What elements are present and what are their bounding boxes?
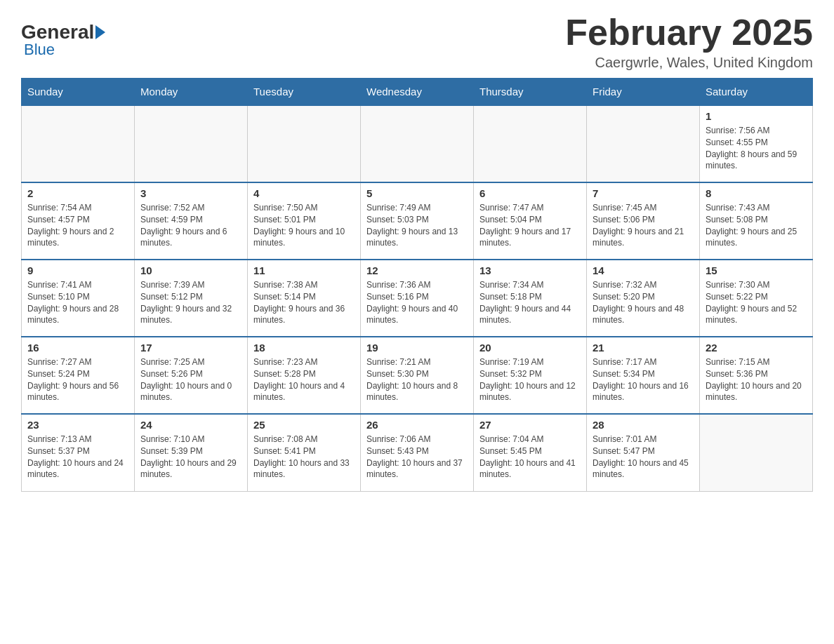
calendar-table: Sunday Monday Tuesday Wednesday Thursday… xyxy=(21,78,813,492)
page-header: General Blue February 2025 Caergwrle, Wa… xyxy=(21,14,813,71)
day-info: Sunrise: 7:56 AMSunset: 4:55 PMDaylight:… xyxy=(706,125,807,172)
day-number: 28 xyxy=(593,419,694,431)
day-number: 26 xyxy=(366,419,468,431)
calendar-cell: 16Sunrise: 7:27 AMSunset: 5:24 PMDayligh… xyxy=(22,337,135,414)
calendar-cell xyxy=(22,105,135,182)
calendar-cell: 17Sunrise: 7:25 AMSunset: 5:26 PMDayligh… xyxy=(135,337,248,414)
day-number: 7 xyxy=(593,187,694,199)
calendar-cell: 23Sunrise: 7:13 AMSunset: 5:37 PMDayligh… xyxy=(22,414,135,491)
day-info: Sunrise: 7:54 AMSunset: 4:57 PMDaylight:… xyxy=(27,202,128,249)
day-number: 18 xyxy=(253,342,355,354)
day-number: 3 xyxy=(140,187,241,199)
day-number: 11 xyxy=(253,264,355,276)
day-info: Sunrise: 7:36 AMSunset: 5:16 PMDaylight:… xyxy=(366,279,468,326)
day-info: Sunrise: 7:01 AMSunset: 5:47 PMDaylight:… xyxy=(593,434,694,481)
calendar-cell: 12Sunrise: 7:36 AMSunset: 5:16 PMDayligh… xyxy=(361,260,474,337)
day-info: Sunrise: 7:25 AMSunset: 5:26 PMDaylight:… xyxy=(140,356,241,403)
day-info: Sunrise: 7:45 AMSunset: 5:06 PMDaylight:… xyxy=(593,202,694,249)
calendar-cell: 15Sunrise: 7:30 AMSunset: 5:22 PMDayligh… xyxy=(700,260,813,337)
day-number: 12 xyxy=(366,264,468,276)
week-row-2: 2Sunrise: 7:54 AMSunset: 4:57 PMDaylight… xyxy=(22,182,813,260)
day-number: 4 xyxy=(253,187,355,199)
day-info: Sunrise: 7:39 AMSunset: 5:12 PMDaylight:… xyxy=(140,279,241,326)
location: Caergwrle, Wales, United Kingdom xyxy=(565,55,813,71)
calendar-cell: 28Sunrise: 7:01 AMSunset: 5:47 PMDayligh… xyxy=(587,414,700,491)
day-info: Sunrise: 7:52 AMSunset: 4:59 PMDaylight:… xyxy=(140,202,241,249)
day-number: 8 xyxy=(706,187,807,199)
day-number: 23 xyxy=(27,419,128,431)
calendar-cell: 25Sunrise: 7:08 AMSunset: 5:41 PMDayligh… xyxy=(248,414,361,491)
day-number: 17 xyxy=(140,342,241,354)
day-number: 13 xyxy=(479,264,581,276)
day-info: Sunrise: 7:19 AMSunset: 5:32 PMDaylight:… xyxy=(479,356,581,403)
day-number: 25 xyxy=(253,419,355,431)
day-info: Sunrise: 7:06 AMSunset: 5:43 PMDaylight:… xyxy=(366,434,468,481)
day-number: 15 xyxy=(706,264,807,276)
col-saturday: Saturday xyxy=(700,79,813,106)
day-info: Sunrise: 7:10 AMSunset: 5:39 PMDaylight:… xyxy=(140,434,241,481)
day-number: 16 xyxy=(27,342,128,354)
day-info: Sunrise: 7:41 AMSunset: 5:10 PMDaylight:… xyxy=(27,279,128,326)
day-info: Sunrise: 7:30 AMSunset: 5:22 PMDaylight:… xyxy=(706,279,807,326)
month-title: February 2025 xyxy=(565,14,813,51)
day-number: 2 xyxy=(27,187,128,199)
week-row-5: 23Sunrise: 7:13 AMSunset: 5:37 PMDayligh… xyxy=(22,414,813,491)
day-number: 10 xyxy=(140,264,241,276)
week-row-3: 9Sunrise: 7:41 AMSunset: 5:10 PMDaylight… xyxy=(22,260,813,337)
calendar-cell: 6Sunrise: 7:47 AMSunset: 5:04 PMDaylight… xyxy=(474,182,587,260)
calendar-cell: 24Sunrise: 7:10 AMSunset: 5:39 PMDayligh… xyxy=(135,414,248,491)
day-number: 9 xyxy=(27,264,128,276)
day-number: 27 xyxy=(479,419,581,431)
col-wednesday: Wednesday xyxy=(361,79,474,106)
day-info: Sunrise: 7:49 AMSunset: 5:03 PMDaylight:… xyxy=(366,202,468,249)
col-sunday: Sunday xyxy=(22,79,135,106)
col-tuesday: Tuesday xyxy=(248,79,361,106)
calendar-cell: 4Sunrise: 7:50 AMSunset: 5:01 PMDaylight… xyxy=(248,182,361,260)
calendar-cell: 22Sunrise: 7:15 AMSunset: 5:36 PMDayligh… xyxy=(700,337,813,414)
day-info: Sunrise: 7:27 AMSunset: 5:24 PMDaylight:… xyxy=(27,356,128,403)
day-info: Sunrise: 7:34 AMSunset: 5:18 PMDaylight:… xyxy=(479,279,581,326)
calendar-cell: 21Sunrise: 7:17 AMSunset: 5:34 PMDayligh… xyxy=(587,337,700,414)
day-number: 1 xyxy=(706,110,807,122)
calendar-cell: 14Sunrise: 7:32 AMSunset: 5:20 PMDayligh… xyxy=(587,260,700,337)
col-thursday: Thursday xyxy=(474,79,587,106)
logo-blue: Blue xyxy=(24,41,55,58)
day-info: Sunrise: 7:23 AMSunset: 5:28 PMDaylight:… xyxy=(253,356,355,403)
calendar-cell: 20Sunrise: 7:19 AMSunset: 5:32 PMDayligh… xyxy=(474,337,587,414)
calendar-cell: 19Sunrise: 7:21 AMSunset: 5:30 PMDayligh… xyxy=(361,337,474,414)
day-number: 14 xyxy=(593,264,694,276)
calendar-cell: 11Sunrise: 7:38 AMSunset: 5:14 PMDayligh… xyxy=(248,260,361,337)
day-info: Sunrise: 7:43 AMSunset: 5:08 PMDaylight:… xyxy=(706,202,807,249)
calendar-cell: 18Sunrise: 7:23 AMSunset: 5:28 PMDayligh… xyxy=(248,337,361,414)
day-info: Sunrise: 7:21 AMSunset: 5:30 PMDaylight:… xyxy=(366,356,468,403)
col-monday: Monday xyxy=(135,79,248,106)
calendar-cell xyxy=(135,105,248,182)
day-info: Sunrise: 7:17 AMSunset: 5:34 PMDaylight:… xyxy=(593,356,694,403)
day-info: Sunrise: 7:32 AMSunset: 5:20 PMDaylight:… xyxy=(593,279,694,326)
day-number: 20 xyxy=(479,342,581,354)
calendar-cell: 2Sunrise: 7:54 AMSunset: 4:57 PMDaylight… xyxy=(22,182,135,260)
calendar-cell: 1Sunrise: 7:56 AMSunset: 4:55 PMDaylight… xyxy=(700,105,813,182)
day-info: Sunrise: 7:15 AMSunset: 5:36 PMDaylight:… xyxy=(706,356,807,403)
calendar-cell: 8Sunrise: 7:43 AMSunset: 5:08 PMDaylight… xyxy=(700,182,813,260)
calendar-cell xyxy=(587,105,700,182)
day-info: Sunrise: 7:50 AMSunset: 5:01 PMDaylight:… xyxy=(253,202,355,249)
calendar-cell: 13Sunrise: 7:34 AMSunset: 5:18 PMDayligh… xyxy=(474,260,587,337)
logo: General Blue xyxy=(21,21,107,59)
calendar-cell xyxy=(361,105,474,182)
calendar-cell xyxy=(700,414,813,491)
day-number: 6 xyxy=(479,187,581,199)
calendar-cell: 7Sunrise: 7:45 AMSunset: 5:06 PMDaylight… xyxy=(587,182,700,260)
day-info: Sunrise: 7:38 AMSunset: 5:14 PMDaylight:… xyxy=(253,279,355,326)
title-section: February 2025 Caergwrle, Wales, United K… xyxy=(565,14,813,71)
calendar-cell: 5Sunrise: 7:49 AMSunset: 5:03 PMDaylight… xyxy=(361,182,474,260)
day-info: Sunrise: 7:47 AMSunset: 5:04 PMDaylight:… xyxy=(479,202,581,249)
week-row-4: 16Sunrise: 7:27 AMSunset: 5:24 PMDayligh… xyxy=(22,337,813,414)
calendar-cell xyxy=(248,105,361,182)
logo-arrow-icon xyxy=(95,25,105,39)
day-info: Sunrise: 7:08 AMSunset: 5:41 PMDaylight:… xyxy=(253,434,355,481)
week-row-1: 1Sunrise: 7:56 AMSunset: 4:55 PMDaylight… xyxy=(22,105,813,182)
calendar-cell: 26Sunrise: 7:06 AMSunset: 5:43 PMDayligh… xyxy=(361,414,474,491)
day-number: 22 xyxy=(706,342,807,354)
calendar-cell: 3Sunrise: 7:52 AMSunset: 4:59 PMDaylight… xyxy=(135,182,248,260)
